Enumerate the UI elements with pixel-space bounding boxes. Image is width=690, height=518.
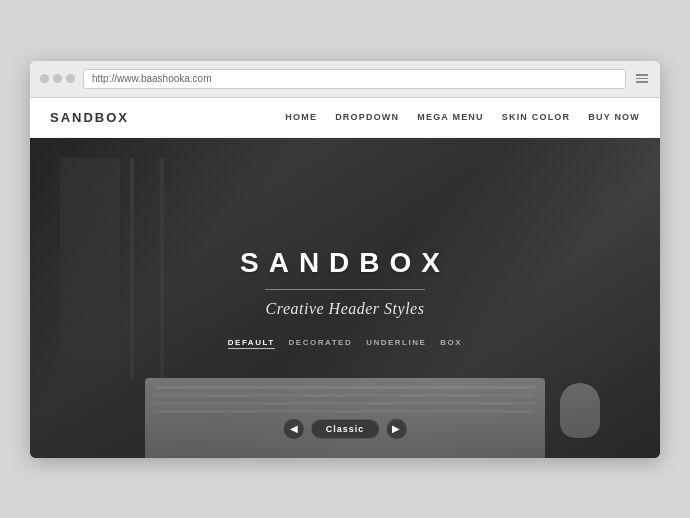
nav-buy-now[interactable]: BUY NOW bbox=[588, 112, 640, 122]
hero-tabs: DEFAULT DECORATED UNDERLINE BOX bbox=[228, 338, 462, 349]
browser-dot-yellow[interactable] bbox=[53, 74, 62, 83]
hero-subtitle-text: Creative Header Styles bbox=[266, 300, 425, 318]
menu-line bbox=[636, 78, 648, 80]
browser-addressbar[interactable]: http://www.baashooka.com bbox=[83, 69, 626, 89]
nav-skin-color[interactable]: SKIN COLOR bbox=[502, 112, 571, 122]
site-header: SANDBOX HOME DROPDOWN MEGA MENU SKIN COL… bbox=[30, 98, 660, 138]
browser-chrome: http://www.baashooka.com bbox=[30, 61, 660, 98]
menu-line bbox=[636, 74, 648, 76]
menu-line bbox=[636, 81, 648, 83]
hero-section: SANDBOX Creative Header Styles DEFAULT D… bbox=[30, 138, 660, 458]
hero-tab-decorated[interactable]: DECORATED bbox=[289, 338, 353, 349]
hero-divider bbox=[265, 289, 425, 290]
nav-dropdown[interactable]: DROPDOWN bbox=[335, 112, 399, 122]
slider-current-label: Classic bbox=[311, 419, 380, 439]
site-logo: SANDBOX bbox=[50, 110, 129, 125]
hero-tab-underline[interactable]: UNDERLINE bbox=[366, 338, 426, 349]
browser-dots bbox=[40, 74, 75, 83]
browser-dot-green[interactable] bbox=[66, 74, 75, 83]
browser-window: http://www.baashooka.com SANDBOX HOME DR… bbox=[30, 61, 660, 458]
browser-menu-icon[interactable] bbox=[634, 72, 650, 85]
slider-controls: ◀ Classic ▶ bbox=[283, 418, 408, 440]
browser-url: http://www.baashooka.com bbox=[92, 73, 212, 84]
hero-brand-text: SANDBOX bbox=[240, 247, 450, 279]
slider-next-button[interactable]: ▶ bbox=[385, 418, 407, 440]
hero-tab-default[interactable]: DEFAULT bbox=[228, 338, 275, 349]
site-nav: HOME DROPDOWN MEGA MENU SKIN COLOR BUY N… bbox=[285, 112, 640, 122]
nav-home[interactable]: HOME bbox=[285, 112, 317, 122]
nav-mega-menu[interactable]: MEGA MENU bbox=[417, 112, 483, 122]
hero-content: SANDBOX Creative Header Styles DEFAULT D… bbox=[30, 138, 660, 458]
hero-tab-box[interactable]: BOX bbox=[440, 338, 462, 349]
browser-dot-red[interactable] bbox=[40, 74, 49, 83]
slider-prev-button[interactable]: ◀ bbox=[283, 418, 305, 440]
